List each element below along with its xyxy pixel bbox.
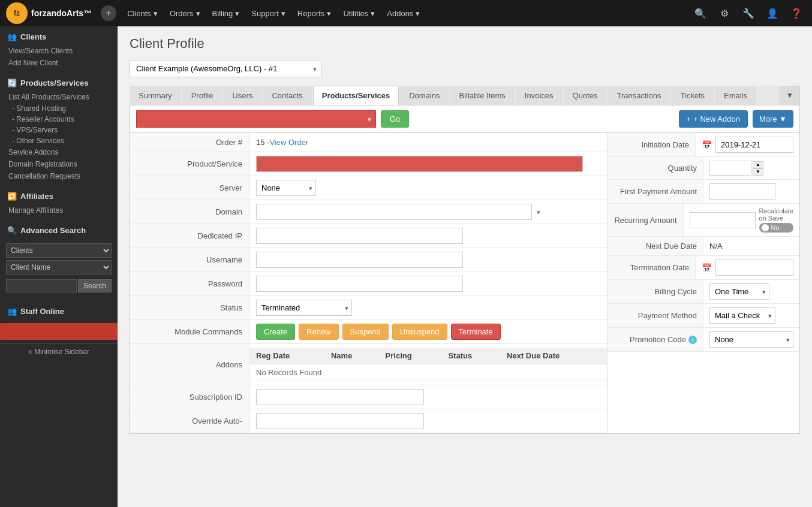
toggle-label: No — [771, 224, 780, 231]
quantity-input[interactable]: 1 — [709, 161, 751, 176]
sidebar-list-all[interactable]: List All Products/Services — [0, 91, 118, 103]
nav-orders[interactable]: Orders ▾ — [164, 0, 206, 26]
help-icon-btn[interactable]: ❓ — [787, 4, 806, 23]
next-due-date-label: Next Due Date — [608, 237, 703, 255]
tab-tickets[interactable]: Tickets — [671, 86, 714, 105]
client-select[interactable]: Client Example (AwesomeOrg, LLC) - #1 — [130, 60, 321, 77]
initiation-date-input[interactable] — [715, 137, 793, 153]
username-input[interactable] — [256, 252, 463, 268]
dedicated-ip-input[interactable] — [256, 228, 463, 244]
sidebar-shared-hosting[interactable]: - Shared Hosting — [0, 103, 118, 114]
go-button[interactable]: Go — [381, 110, 409, 128]
status-select[interactable]: Terminated — [256, 300, 352, 316]
status-label: Status — [130, 296, 250, 319]
sidebar-add-new-client[interactable]: Add New Client — [0, 57, 118, 69]
sidebar-service-addons[interactable]: Service Addons — [0, 146, 118, 158]
password-input[interactable] — [256, 276, 463, 292]
tab-users[interactable]: Users — [223, 86, 261, 105]
unsuspend-button[interactable]: Unsuspend — [392, 324, 447, 340]
renew-button[interactable]: Renew — [299, 324, 338, 340]
first-payment-input[interactable]: 0.00 — [709, 183, 775, 200]
addons-th-nextdue: Next Due Date — [501, 348, 607, 364]
new-addon-button[interactable]: + + New Addon — [679, 110, 748, 128]
create-button[interactable]: Create — [256, 324, 295, 340]
initiation-date-row: Initiation Date 📅 — [608, 133, 799, 157]
nav-right: 🔍 ⚙ 🔧 👤 ❓ — [691, 4, 806, 23]
server-select[interactable]: None — [256, 180, 316, 196]
tab-billable-items[interactable]: Billable Items — [450, 86, 515, 105]
nav-billing[interactable]: Billing ▾ — [206, 0, 246, 26]
client-selector: Client Example (AwesomeOrg, LLC) - #1 ▾ — [130, 60, 800, 77]
view-order-link[interactable]: View Order — [269, 138, 308, 147]
search-type-select[interactable]: Clients — [6, 243, 112, 258]
server-value: None ▾ — [250, 176, 607, 200]
user-icon: 👤 — [766, 8, 778, 19]
dedicated-ip-row: Dedicated IP — [130, 224, 607, 248]
quantity-down-button[interactable]: ▼ — [753, 168, 763, 176]
promotion-code-label: Promotion Code i — [608, 328, 703, 351]
recurring-amount-input[interactable]: 0.00 — [690, 212, 756, 228]
wrench-icon-btn[interactable]: 🔧 — [739, 4, 758, 23]
sidebar-cancellation-requests[interactable]: Cancellation Requests — [0, 170, 118, 182]
domain-input[interactable] — [256, 204, 532, 220]
domain-select-wrap: ▾ — [256, 204, 601, 220]
users-icon: 👥 — [7, 32, 17, 41]
termination-date-input[interactable]: 2020-01-20 — [715, 259, 793, 276]
sidebar-reseller-accounts[interactable]: - Reseller Accounts — [0, 114, 118, 125]
nav-reports[interactable]: Reports ▾ — [291, 0, 338, 26]
search-button[interactable]: Search — [78, 279, 112, 292]
tab-domains[interactable]: Domains — [400, 86, 449, 105]
subscription-id-input[interactable] — [256, 389, 424, 405]
termination-date-wrapper: 📅 2020-01-20 — [702, 259, 793, 276]
tab-more-button[interactable]: ▼ — [780, 86, 800, 105]
terminate-button[interactable]: Terminate — [451, 324, 501, 340]
nav-addons[interactable]: Addons ▾ — [381, 0, 426, 26]
tab-products-services[interactable]: Products/Services — [313, 86, 399, 105]
addons-row: Addons Reg Date Name Pricing Status — [130, 344, 607, 385]
tab-emails[interactable]: Emails — [715, 86, 756, 105]
gear-icon: ⚙ — [720, 8, 729, 19]
search-icon-btn[interactable]: 🔍 — [691, 4, 710, 23]
suspend-button[interactable]: Suspend — [342, 324, 389, 340]
layout: 👥 Clients View/Search Clients Add New Cl… — [0, 26, 812, 507]
first-payment-label: First Payment Amount — [608, 180, 703, 203]
payment-method-select[interactable]: Mail a Check — [709, 307, 775, 324]
plus-icon: + — [687, 114, 691, 123]
tab-transactions[interactable]: Transactions — [608, 86, 670, 105]
module-commands-label: Module Commands — [130, 320, 250, 343]
add-button[interactable]: + — [101, 5, 116, 21]
sidebar-other-services[interactable]: - Other Services — [0, 135, 118, 146]
minimise-sidebar-button[interactable]: « Minimise Sidebar — [0, 343, 118, 360]
logo[interactable]: fz forzandoArts™ — [6, 2, 92, 24]
tab-quotes[interactable]: Quotes — [564, 86, 607, 105]
tab-contacts[interactable]: Contacts — [263, 86, 311, 105]
search-field-select[interactable]: Client Name — [6, 260, 112, 274]
sidebar-vps-servers[interactable]: - VPS/Servers — [0, 125, 118, 135]
nav-clients[interactable]: Clients ▾ — [121, 0, 164, 26]
quantity-up-button[interactable]: ▲ — [753, 161, 763, 168]
product-service-select[interactable] — [256, 156, 583, 172]
user-icon-btn[interactable]: 👤 — [763, 4, 782, 23]
recalculate-label: Recalculate on Save — [759, 207, 793, 222]
sidebar-staff-online-header: 👥 Staff Online — [0, 301, 118, 319]
promo-select-wrap: None ▾ — [709, 331, 793, 348]
tab-summary[interactable]: Summary — [130, 86, 181, 105]
more-button[interactable]: More ▼ — [753, 110, 793, 128]
billing-cycle-select[interactable]: One Time — [709, 283, 769, 300]
addons-chevron-icon: ▾ — [416, 9, 420, 18]
tab-invoices[interactable]: Invoices — [516, 86, 563, 105]
nav-support[interactable]: Support ▾ — [245, 0, 291, 26]
settings-icon-btn[interactable]: ⚙ — [715, 4, 734, 23]
sidebar-manage-affiliates[interactable]: Manage Affiliates — [0, 204, 118, 216]
product-select[interactable] — [136, 110, 376, 128]
sidebar-view-search-clients[interactable]: View/Search Clients — [0, 45, 118, 57]
override-auto-input[interactable] — [256, 413, 424, 429]
nav-utilities[interactable]: Utilities ▾ — [337, 0, 381, 26]
promo-select[interactable]: None — [709, 331, 793, 348]
search-input[interactable] — [6, 279, 77, 292]
recalculate-toggle[interactable]: No — [759, 223, 793, 233]
tab-profile[interactable]: Profile — [182, 86, 222, 105]
initiation-date-value: 📅 — [696, 133, 799, 156]
sidebar-domain-registrations[interactable]: Domain Registrations — [0, 158, 118, 170]
sidebar: 👥 Clients View/Search Clients Add New Cl… — [0, 26, 118, 507]
